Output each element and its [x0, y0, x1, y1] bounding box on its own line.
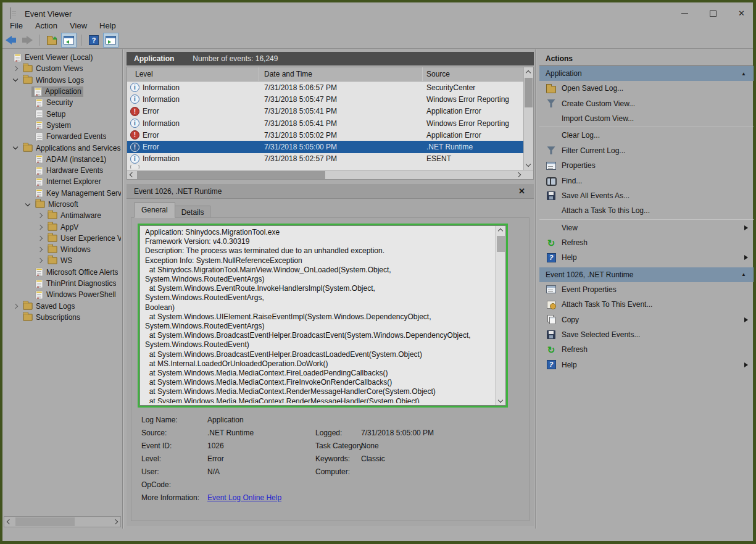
event-row[interactable]: iInformation7/31/2018 5:06:57 PMSecurity…: [127, 82, 523, 93]
tree-item-custom-views[interactable]: Custom Views: [4, 63, 121, 74]
tree-item-event-viewer-local[interactable]: Event Viewer (Local): [4, 52, 121, 63]
actions-section-application[interactable]: Application ▲: [539, 66, 754, 81]
event-description-box[interactable]: Application: Shinydocs.MigrationTool.exe…: [139, 225, 506, 406]
close-button[interactable]: ✕: [728, 5, 755, 22]
minimize-button[interactable]: [671, 5, 699, 22]
action-filter-current-log[interactable]: Filter Current Log...: [539, 143, 754, 158]
export-log-button[interactable]: [45, 33, 59, 48]
action-clear-log[interactable]: Clear Log...: [539, 128, 754, 143]
tree-item-system[interactable]: System: [4, 120, 121, 131]
tree-horizontal-scrollbar[interactable]: [4, 516, 121, 527]
action-refresh[interactable]: ↻Refresh: [539, 235, 754, 250]
scroll-down-icon[interactable]: [498, 398, 503, 403]
column-date-and-time[interactable]: Date and Time: [259, 67, 423, 81]
scroll-left-icon[interactable]: [7, 519, 12, 524]
error-icon: !: [130, 143, 139, 152]
action-import-custom-view[interactable]: Import Custom View...: [539, 111, 754, 126]
action-refresh-event[interactable]: ↻Refresh: [539, 342, 754, 357]
description-vertical-scrollbar[interactable]: [496, 226, 505, 405]
back-button[interactable]: [4, 33, 18, 48]
collapse-icon[interactable]: ▲: [741, 71, 746, 77]
action-help[interactable]: ?Help: [539, 250, 754, 265]
tree-item-saved-logs[interactable]: Saved Logs: [4, 301, 121, 312]
event-list-horizontal-scrollbar[interactable]: [127, 170, 533, 180]
tree-item-adam-instance1[interactable]: ADAM (instance1): [4, 154, 121, 165]
tree-item-windows-powershell[interactable]: Windows PowerShell: [4, 289, 121, 300]
tree-item-security[interactable]: Security: [4, 97, 121, 108]
column-source[interactable]: Source: [423, 67, 523, 81]
tree-item-subscriptions[interactable]: Subscriptions: [4, 312, 121, 323]
chevron-right-icon: [12, 66, 17, 71]
event-row[interactable]: iInformation7/31/2018 5:02:57 PMESENT: [127, 153, 523, 165]
close-detail-icon[interactable]: ✕: [518, 186, 525, 196]
action-attach-task-to-event[interactable]: Attach Task To This Event...: [539, 297, 754, 312]
menu-help[interactable]: Help: [93, 20, 122, 31]
toggle-console-tree-button[interactable]: [61, 33, 77, 48]
action-create-custom-view[interactable]: Create Custom View...: [539, 96, 754, 111]
action-help-event[interactable]: ?Help: [539, 358, 754, 372]
actions-section-event[interactable]: Event 1026, .NET Runtime ▲: [539, 267, 754, 282]
event-list-vertical-scrollbar[interactable]: [523, 67, 533, 170]
filter-icon: [547, 99, 555, 107]
tree-item-microsoft-office-alerts[interactable]: Microsoft Office Alerts: [4, 267, 121, 278]
action-copy[interactable]: Copy: [539, 312, 754, 327]
tree-item-microsoft[interactable]: Microsoft: [4, 199, 121, 210]
event-row[interactable]: iInformation7/31/2018 5:05:41 PMWindows …: [127, 117, 523, 129]
tree-item-application[interactable]: Application: [4, 86, 121, 97]
help-button[interactable]: ?: [87, 33, 101, 48]
column-level[interactable]: Level: [127, 67, 259, 81]
action-view[interactable]: View: [539, 220, 754, 235]
tab-general[interactable]: General: [134, 203, 175, 218]
collapse-icon[interactable]: ▲: [741, 272, 746, 277]
tree-item-antimalware[interactable]: Antimalware: [4, 210, 121, 221]
title-bar[interactable]: Event Viewer ✕: [2, 2, 753, 19]
scroll-right-icon[interactable]: [516, 172, 521, 177]
event-row-selected[interactable]: !Error7/31/2018 5:05:00 PM.NET Runtime: [127, 141, 523, 153]
scroll-up-icon[interactable]: [498, 228, 503, 233]
action-open-saved-log[interactable]: Open Saved Log...: [539, 81, 754, 96]
action-find[interactable]: Find...: [539, 173, 754, 188]
maximize-button[interactable]: [699, 5, 727, 22]
event-row[interactable]: !Error7/31/2018 5:05:02 PMApplication Er…: [127, 129, 523, 141]
forward-button[interactable]: [20, 33, 35, 48]
save-icon: [547, 330, 555, 339]
scroll-right-icon[interactable]: [113, 519, 118, 524]
tree-item-thinprint-diagnostics[interactable]: ThinPrint Diagnostics: [4, 278, 121, 289]
action-save-all-events-as[interactable]: Save All Events As...: [539, 188, 754, 203]
tree-item-key-management-service[interactable]: Key Management Service: [4, 188, 121, 199]
tree-item-windows-logs[interactable]: Windows Logs: [4, 75, 121, 86]
menu-action[interactable]: Action: [29, 20, 64, 31]
scrollbar-thumb[interactable]: [137, 171, 325, 179]
tree-item-ws[interactable]: WS: [4, 255, 121, 266]
event-row-partial[interactable]: [127, 165, 523, 169]
tree-item-internet-explorer[interactable]: Internet Explorer: [4, 176, 121, 187]
submenu-arrow-icon: [744, 225, 748, 230]
action-save-selected-events[interactable]: Save Selected Events...: [539, 327, 754, 342]
event-row[interactable]: iInformation7/31/2018 5:05:47 PMWindows …: [127, 93, 523, 105]
toggle-action-pane-button[interactable]: [103, 33, 118, 48]
action-properties[interactable]: Properties: [539, 158, 754, 173]
filter-icon: [547, 146, 555, 154]
menu-view[interactable]: View: [64, 20, 93, 31]
scrollbar-thumb[interactable]: [497, 236, 505, 252]
scroll-down-icon[interactable]: [526, 162, 531, 167]
tree-item-user-experience-virtualization[interactable]: User Experience Virtualization: [4, 233, 121, 244]
scroll-left-icon[interactable]: [130, 172, 135, 177]
toolbar-separator: [81, 35, 82, 46]
scroll-up-icon[interactable]: [526, 70, 531, 75]
tree-item-forwarded-events[interactable]: Forwarded Events: [4, 131, 121, 142]
menu-file[interactable]: File: [4, 20, 29, 31]
event-row[interactable]: !Error7/31/2018 5:05:41 PMApplication Er…: [127, 106, 523, 117]
scrollbar-thumb[interactable]: [525, 78, 533, 107]
tree-item-hardware-events[interactable]: Hardware Events: [4, 165, 121, 176]
scrollbar-thumb[interactable]: [15, 517, 75, 526]
action-event-properties[interactable]: Event Properties: [539, 282, 754, 297]
action-attach-task-to-log[interactable]: Attach a Task To this Log...: [539, 203, 754, 218]
event-log-online-help-link[interactable]: Event Log Online Help: [207, 493, 281, 502]
tree-item-appv[interactable]: AppV: [4, 221, 121, 232]
tab-details[interactable]: Details: [175, 206, 211, 218]
tree-item-applications-and-services-logs[interactable]: Applications and Services Logs: [4, 142, 121, 153]
help-icon: ?: [547, 253, 556, 262]
tree-item-setup[interactable]: Setup: [4, 108, 121, 119]
tree-item-windows[interactable]: Windows: [4, 244, 121, 255]
